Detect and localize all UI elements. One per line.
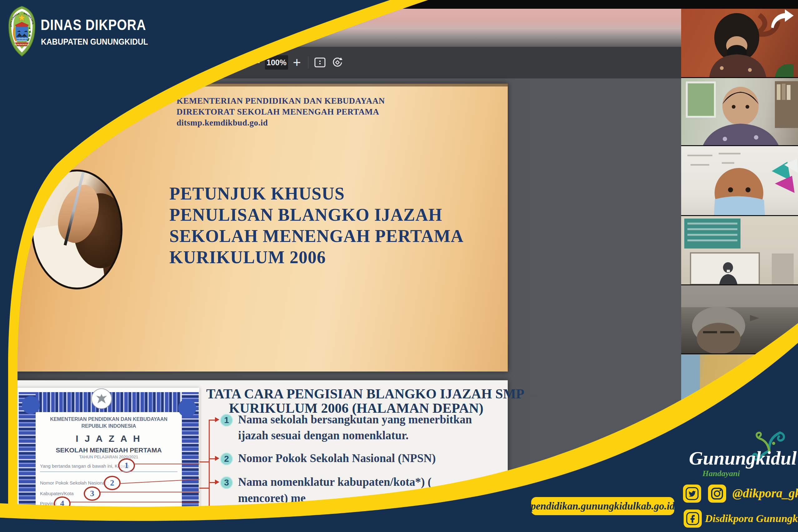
participant-video-5[interactable] <box>681 285 798 354</box>
ijazah-corner-seal <box>22 396 40 414</box>
zoom-level-value[interactable]: 100% <box>265 55 288 70</box>
tut-wuri-handayani-logo: TUT WURI HANDAYANI <box>9 86 65 146</box>
slide-title-line3: SEKOLAH MENENGAH PERTAMA <box>169 226 464 246</box>
ijazah-field-3-number: 3 <box>84 487 101 501</box>
social-handle: @dikpora_gk <box>732 486 798 500</box>
item-3-line2: mencoret) me <box>238 491 306 505</box>
participant-video-4[interactable] <box>681 216 798 285</box>
slide2-heading-line1: TATA CARA PENGISIAN BLANGKO IJAZAH SMP <box>206 386 506 402</box>
zoom-out-button[interactable]: − <box>248 54 264 71</box>
agency-region: KABUPATEN GUNUNGKIDUL <box>41 37 148 47</box>
ijazah-red-line <box>69 502 199 502</box>
hand-writing-photo <box>31 170 123 289</box>
slide-title-line2: PENULISAN BLANGKO IJAZAH <box>169 205 442 225</box>
connector-arrow-3 <box>215 479 219 484</box>
pdf-toolbar: 12 / 55 − 100% + <box>0 47 681 78</box>
zoom-in-button[interactable]: + <box>289 54 305 71</box>
ijazah-blanko-preview: KEMENTERIAN PENDIDIKAN DAN KEBUDAYAAN RE… <box>10 388 199 532</box>
org-name-line2: DIREKTORAT SEKOLAH MENENGAH PERTAMA <box>177 107 379 117</box>
item-2-badge: 2 <box>220 453 233 465</box>
page-number-input[interactable]: 12 <box>205 55 228 70</box>
ijazah-field-4-number: 4 <box>54 496 71 511</box>
ijazah-header1: KEMENTERIAN PENDIDIKAN DAN KEBUDAYAAN <box>37 417 181 422</box>
gunungkidul-brand-word: Gunungkidul <box>689 447 783 469</box>
item-1-badge: 1 <box>220 414 233 426</box>
ijazah-year: TAHUN PELAJARAN 2020/2021 <box>37 455 181 459</box>
ijazah-field-2-label: Nomor Pokok Sekolah Nasional : <box>40 480 109 486</box>
rotate-page-icon[interactable] <box>329 54 346 71</box>
garuda-emblem <box>91 388 112 409</box>
ijazah-subtitle: SEKOLAH MENENGAH PERTAMA <box>37 446 181 454</box>
twitter-icon <box>683 484 701 503</box>
participant-video-2[interactable] <box>681 78 798 146</box>
connector-arrow-2 <box>215 456 219 461</box>
toolbar-divider <box>308 56 308 69</box>
toolbar-divider <box>246 56 246 69</box>
share-arrow-icon[interactable] <box>769 10 794 29</box>
ijazah-field-1-label: Yang bertanda tangan di bawah ini, Kepal… <box>40 463 129 469</box>
ijazah-field-3-label: Kabupaten/Kota <box>40 491 74 496</box>
slide-title-line1: PETUNJUK KHUSUS <box>169 184 345 204</box>
crest-banner-text: GUNUNGKIDUL <box>14 43 30 45</box>
fit-page-icon[interactable] <box>312 54 328 71</box>
pdf-viewer[interactable]: 12 / 55 − 100% + <box>0 47 681 532</box>
ijazah-corner-seal <box>178 399 196 417</box>
item-1-line1: Nama sekolah bersangkutan yang menerbitk… <box>238 413 472 426</box>
org-url: ditsmp.kemdikbud.go.id <box>177 118 268 128</box>
ijazah-field-2-number: 2 <box>104 476 121 490</box>
slide-tata-cara: TATA CARA PENGISIAN BLANGKO IJAZAH SMP K… <box>0 380 508 532</box>
item-2-line1: Nomor Pokok Sekolah Nasional (NPSN) <box>238 452 436 465</box>
instagram-icon <box>708 484 726 503</box>
connector-line <box>209 420 210 513</box>
participant-video-3[interactable] <box>681 146 798 216</box>
website-banner-text: pendidikan.gunungkidulkab.go.id <box>530 500 675 512</box>
ijazah-title: I J A Z A H <box>37 433 181 444</box>
ijazah-field-1-number: 1 <box>118 458 135 473</box>
connector-arrow-1 <box>215 417 219 422</box>
screenshot-root: 12 / 55 − 100% + <box>0 0 798 532</box>
ijazah-note: menerangkan bahwa <box>97 510 141 515</box>
org-name-line1: KEMENTERIAN PENDIDIKAN DAN KEBUDAYAAN <box>177 96 385 106</box>
ijazah-header2: REPUBLIK INDONESIA <box>37 423 181 429</box>
item-3-badge: 3 <box>220 476 233 489</box>
agency-name: DINAS DIKPORA <box>41 16 146 33</box>
ijazah-red-line <box>99 492 199 492</box>
ijazah-blank-line <box>40 471 178 472</box>
item-1-line2: ijazah sesuai dengan nomenklatur. <box>238 429 409 442</box>
item-3-line1: Nama nomenklatur kabupaten/kota*) ( <box>238 475 432 489</box>
gunungkidul-brand-tagline: Handayani <box>702 469 740 478</box>
slide-title-line4: KURIKULUM 2006 <box>169 247 326 267</box>
facebook-icon <box>684 510 702 528</box>
slide-title-page: TUT WURI HANDAYANI KEMENTERIAN PENDIDIKA… <box>0 84 508 372</box>
website-banner: pendidikan.gunungkidulkab.go.id <box>531 497 674 515</box>
facebook-name: Disdikpora Gunungkidul <box>705 513 798 525</box>
ijazah-red-line <box>134 463 199 464</box>
gunungkidul-crest-logo: DHAKSINARGA BHUMIKARTA GUNUNGKIDUL <box>7 6 36 57</box>
